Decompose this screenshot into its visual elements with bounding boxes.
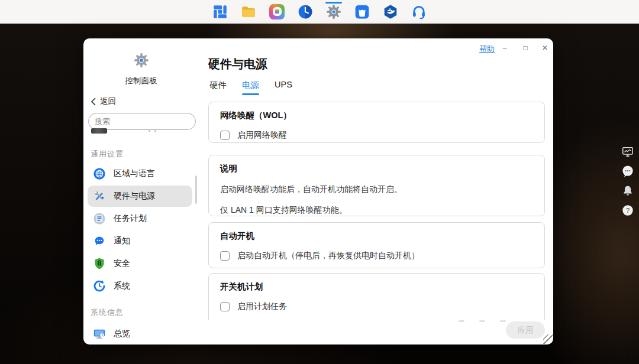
checkbox-label: 启用计划任务	[237, 301, 287, 312]
panel-title: 开关机计划	[220, 281, 533, 292]
search-input[interactable]	[95, 117, 199, 126]
tab-label: 电源	[242, 80, 259, 90]
tab-hardware[interactable]: 硬件	[209, 80, 227, 95]
section-header-general: 通用设置	[91, 149, 124, 160]
sidebar-item-hardware-power[interactable]: 硬件与电源	[83, 185, 199, 207]
auto-power-checkbox-row[interactable]: 启动自动开机（停电后，再恢复供电时自动开机）	[220, 251, 533, 261]
app-title: 控制面板	[83, 76, 199, 86]
clipped-list-item-icon	[91, 128, 107, 134]
sidebar-item-label: 区域与语言	[114, 168, 155, 179]
chevron-left-icon	[91, 98, 96, 106]
clipped-content-mark	[459, 320, 464, 322]
sidebar-item-security[interactable]: 安全	[83, 252, 199, 275]
sidebar-list: 区域与语言 硬件与电源 任务计划 通知	[83, 162, 199, 297]
note-line-2: 仅 LAN 1 网口支持网络唤醒功能。	[220, 205, 533, 216]
dock-docker[interactable]	[383, 0, 398, 24]
section-header-system-info: 系统信息	[91, 307, 124, 318]
sidebar-item-notifications[interactable]: 通知	[83, 230, 199, 252]
clipped-list-item-dot	[154, 130, 156, 132]
sidebar-item-overview[interactable]: 总览	[83, 323, 199, 345]
control-panel-gear-icon	[134, 53, 149, 68]
sidebar-item-label: 总览	[114, 329, 130, 339]
content-area: 硬件与电源 硬件 电源 UPS 网络唤醒（WOL） 启用网络唤醒 说明 启动网络…	[208, 38, 553, 344]
dock-file-manager[interactable]	[241, 0, 256, 24]
sidebar: 控制面板 返回 通用设置 区域与语言	[83, 38, 202, 344]
wol-checkbox[interactable]	[220, 131, 230, 140]
sidebar-item-region-language[interactable]: 区域与语言	[83, 162, 199, 185]
checkbox-label: 启用网络唤醒	[237, 130, 287, 141]
schedule-checkbox[interactable]	[220, 302, 230, 311]
desktop-widget-stack: ?	[621, 145, 634, 217]
sidebar-item-task-scheduler[interactable]: 任务计划	[83, 207, 199, 230]
panel-auto-power-on: 自动开机 启动自动开机（停电后，再恢复供电时自动开机）	[208, 222, 545, 268]
sidebar-item-label: 任务计划	[114, 213, 147, 224]
panel-power-schedule: 开关机计划 启用计划任务	[208, 273, 545, 320]
tab-bar: 硬件 电源 UPS	[209, 80, 292, 95]
monitor-info-icon	[93, 327, 106, 340]
checkbox-label: 启动自动开机（停电后，再恢复供电时自动开机）	[237, 251, 419, 261]
sidebar-scrollbar-thumb[interactable]	[195, 176, 197, 204]
dock-photos[interactable]	[269, 0, 285, 24]
dock-clock[interactable]	[298, 0, 313, 24]
svg-text:?: ?	[626, 207, 630, 214]
active-app-indicator	[325, 2, 342, 4]
app-store-icon	[354, 4, 370, 20]
main-menu-icon	[212, 4, 228, 20]
file-manager-icon	[241, 4, 256, 20]
search-box[interactable]	[88, 113, 196, 130]
globe-icon	[93, 167, 106, 180]
back-label: 返回	[100, 96, 116, 107]
docker-icon	[383, 4, 398, 20]
sidebar-item-label: 通知	[114, 236, 130, 246]
panel-wol: 网络唤醒（WOL） 启用网络唤醒	[208, 102, 545, 143]
support-headset-icon	[411, 4, 427, 20]
resource-monitor-icon[interactable]	[621, 145, 634, 158]
note-line-1: 启动网络唤醒功能后，自动开机功能将自动开启。	[220, 184, 533, 195]
active-tab-underline	[242, 93, 259, 95]
wol-checkbox-row[interactable]: 启用网络唤醒	[220, 130, 533, 141]
photos-icon	[269, 4, 285, 20]
settings-gear-icon	[326, 4, 341, 20]
auto-power-checkbox[interactable]	[220, 251, 230, 261]
help-widget-icon[interactable]: ?	[621, 204, 634, 217]
page-title: 硬件与电源	[208, 56, 267, 72]
panel-title: 自动开机	[220, 230, 533, 242]
sidebar-item-system[interactable]: 系统	[83, 275, 199, 297]
sidebar-item-label: 硬件与电源	[114, 191, 155, 202]
apply-button[interactable]: 应用	[506, 321, 545, 339]
chat-bubble-icon	[93, 235, 106, 248]
sidebar-item-label: 系统	[114, 281, 130, 291]
tools-icon	[93, 190, 106, 203]
panel-title: 网络唤醒（WOL）	[220, 110, 533, 121]
dock-main-menu[interactable]	[212, 0, 228, 24]
clock-icon	[298, 4, 313, 20]
system-restore-icon	[93, 280, 106, 292]
dock-app-store[interactable]	[354, 0, 370, 24]
notification-bell-icon[interactable]	[621, 184, 634, 197]
back-button[interactable]: 返回	[91, 96, 116, 107]
top-dock-bar	[0, 0, 639, 24]
tab-power[interactable]: 电源	[242, 80, 259, 95]
dock-control-panel[interactable]	[326, 0, 341, 24]
clipped-content-mark	[479, 320, 485, 322]
app-header: 控制面板	[83, 53, 199, 86]
clipped-content-mark	[500, 320, 506, 322]
tab-ups[interactable]: UPS	[275, 80, 292, 95]
panel-note: 说明 启动网络唤醒功能后，自动开机功能将自动开启。 仅 LAN 1 网口支持网络…	[208, 155, 545, 216]
panel-title: 说明	[220, 163, 533, 174]
shield-lock-icon	[93, 257, 106, 270]
tab-label: 硬件	[209, 80, 227, 90]
sidebar-item-label: 安全	[114, 258, 130, 269]
settings-scroll-area: 网络唤醒（WOL） 启用网络唤醒 说明 启动网络唤醒功能后，自动开机功能将自动开…	[208, 102, 545, 320]
tab-label: UPS	[275, 80, 292, 89]
dock-support[interactable]	[411, 0, 427, 24]
chat-widget-icon[interactable]	[621, 165, 634, 178]
control-panel-window: 帮助 – □ ✕ 控制面板 返回 通用设置 区域与语言	[83, 38, 553, 344]
schedule-checkbox-row[interactable]: 启用计划任务	[220, 301, 533, 312]
clipped-list-item-dot	[149, 130, 150, 132]
task-list-icon	[93, 212, 106, 225]
